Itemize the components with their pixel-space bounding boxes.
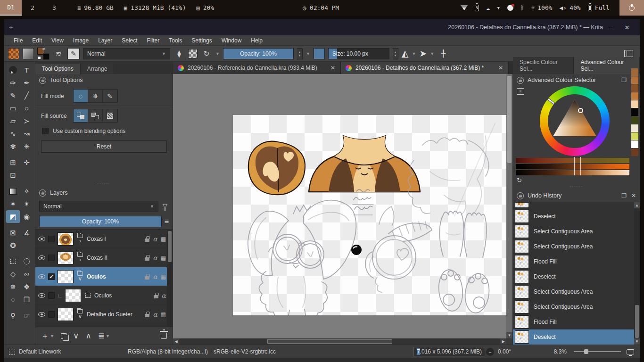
layer-thumbnail[interactable] (58, 270, 74, 283)
title-bar[interactable]: ✛ 20260106 - Detalhes do Cannella.kra (3… (4, 19, 640, 35)
layer-lock-icon[interactable] (154, 295, 158, 298)
mirror-vertical-button[interactable]: ➤ (419, 48, 427, 59)
fill-selection-icon[interactable]: ◌ (74, 90, 88, 102)
acs-settings-icon[interactable]: ≡ (517, 88, 524, 95)
rectangle-tool[interactable]: ▭ (6, 102, 20, 115)
fg-bg-color-chooser[interactable]: ⇄ (37, 48, 50, 60)
eraser-mode-button[interactable]: ⧫ (173, 48, 185, 59)
power-button[interactable] (619, 0, 644, 16)
lock-acs-icon[interactable] (517, 77, 524, 84)
transform-tool[interactable]: ⊞ (6, 156, 20, 169)
undo-scroll-thumb[interactable] (635, 305, 639, 338)
fill-source-pattern-button[interactable] (103, 109, 117, 122)
color-swatch[interactable] (631, 148, 638, 156)
blending-mode-dropdown[interactable]: Normal ▼ (83, 48, 170, 59)
layer-row[interactable]: ›Coxas IIα▦ (35, 248, 173, 267)
layer-checkbox[interactable]: ✔ (48, 273, 55, 280)
bezier-select-tool[interactable]: ❖ (20, 280, 33, 293)
color-swatch[interactable] (631, 140, 638, 148)
layer-row[interactable]: ›Coxas Iα▦ (35, 230, 173, 248)
layer-lock-icon[interactable] (145, 314, 149, 317)
menu-image[interactable]: Image (68, 37, 93, 44)
workspace-D1[interactable]: D1 (0, 0, 22, 16)
custom-blending-row[interactable]: Use custom blending options (35, 125, 173, 137)
zoom-slider-thumb[interactable] (584, 349, 588, 354)
float-docker-icon[interactable]: ❐ (621, 77, 627, 83)
fill-tool[interactable]: ◩ (6, 210, 20, 223)
layer-visibility-icon[interactable] (38, 255, 45, 260)
undo-row[interactable]: Deselect (513, 269, 640, 284)
document-tab[interactable]: 20260106 - Referencia do Cannella.kra (9… (173, 62, 341, 74)
fit-screen-status[interactable] (627, 345, 634, 358)
lock-layers-icon[interactable] (39, 189, 46, 197)
layer-blending-dropdown[interactable]: Normal ▼ (39, 201, 158, 212)
wifi-icon[interactable] (461, 5, 468, 10)
opacity-slider[interactable]: Opacity: 100% (223, 48, 294, 59)
enclose-fill-tool[interactable]: ◉ (20, 210, 33, 223)
undo-row[interactable]: Select Contiguous Area (513, 299, 640, 314)
magnetic-select-tool[interactable]: ◌ (6, 293, 20, 306)
reset-button[interactable]: Reset (41, 140, 167, 153)
colorspace-status[interactable]: RGB/Alpha (8-bit integer/cha...l) sRGB-e… (128, 345, 276, 358)
layers-scrollbar[interactable] (167, 230, 173, 327)
mirror-h-dropdown-icon[interactable]: ▼ (412, 51, 416, 56)
bezier-curve-tool[interactable]: ∿ (6, 127, 20, 140)
polygon-tool[interactable]: ▱ (6, 115, 20, 127)
gradient-tool[interactable] (6, 185, 20, 197)
canvas-vertical-scrollbar[interactable]: ▼ (506, 74, 512, 338)
layer-visibility-icon[interactable] (38, 237, 45, 241)
brush-presets-button[interactable]: ≋ (53, 48, 64, 59)
battery-indicator[interactable]: Full (588, 4, 610, 11)
layer-opacity-slider[interactable]: Opacity: 100% (39, 216, 162, 227)
tab-arrange[interactable]: Arrange (81, 64, 115, 74)
text-tool[interactable]: T (20, 64, 33, 76)
shade-strip-3[interactable] (516, 170, 629, 175)
discord-icon[interactable] (507, 5, 513, 11)
undo-row[interactable]: Select Contiguous Area (513, 284, 640, 299)
edit-brush-settings-button[interactable]: ✎ (67, 48, 80, 59)
battery-charging-icon[interactable] (475, 5, 479, 11)
layers-scroll-thumb[interactable] (168, 231, 172, 262)
undo-row[interactable]: Flood Fill (513, 314, 640, 329)
v-scroll-thumb[interactable] (507, 76, 512, 163)
layer-lock-icon[interactable] (145, 257, 149, 261)
colorize-mask-tool[interactable]: ✴ (20, 197, 33, 210)
docker-resize-handle[interactable]: ······ (35, 182, 173, 187)
telegram-icon[interactable]: ➤ (495, 4, 502, 12)
zoom-slider[interactable] (574, 345, 621, 358)
move-layer-up-button[interactable]: ∧ (85, 331, 91, 341)
undo-row[interactable]: Flood Fill (513, 254, 640, 269)
layer-lock-icon[interactable] (145, 239, 149, 242)
menu-view[interactable]: View (47, 37, 68, 44)
layer-alpha-icon[interactable]: α (162, 292, 166, 299)
layer-row[interactable]: ∨Detalhe do Sueterα▦ (35, 305, 173, 324)
layer-checkbox[interactable] (48, 236, 55, 242)
gradient-chooser[interactable] (23, 48, 34, 59)
layer-styles-icon[interactable]: ▦ (161, 255, 166, 261)
zoom-tool[interactable]: ⚲ (6, 309, 20, 322)
layer-alpha-icon[interactable]: α (153, 273, 157, 280)
brightness-indicator[interactable]: ☼ 100% (531, 4, 552, 11)
layer-checkbox[interactable] (48, 255, 55, 261)
layer-alpha-icon[interactable]: α (153, 254, 157, 262)
size-spinner[interactable]: ▲▼ (393, 48, 398, 59)
color-swatch[interactable] (631, 100, 638, 108)
undo-row[interactable]: Deselect (513, 209, 640, 224)
color-swatch[interactable] (631, 84, 638, 92)
expand-arrow-icon[interactable]: ∨ (78, 313, 83, 319)
layer-visibility-icon[interactable] (38, 274, 45, 279)
expand-arrow-icon[interactable]: › (79, 257, 81, 263)
calligraphy-tool[interactable]: ✒ (20, 76, 33, 89)
undo-header[interactable]: Undo History ❐ ✕ (513, 189, 640, 202)
freehand-path-tool[interactable]: ↝ (20, 127, 33, 140)
ellipse-tool[interactable]: ○ (20, 102, 33, 115)
layer-alpha-icon[interactable]: α (153, 311, 157, 318)
lock-docker-icon[interactable] (39, 77, 46, 84)
freehand-brush-tool[interactable]: ✎ (6, 89, 20, 102)
pattern-edit-tool[interactable]: ⊠ (6, 226, 20, 239)
polyline-tool[interactable]: ≻ (20, 115, 33, 127)
fill-source-background-button[interactable] (88, 109, 103, 122)
measure-tool[interactable]: ∡ (20, 226, 33, 239)
add-layer-button[interactable]: ＋▼ (41, 330, 54, 341)
pan-tool[interactable]: ☞ (20, 309, 33, 322)
